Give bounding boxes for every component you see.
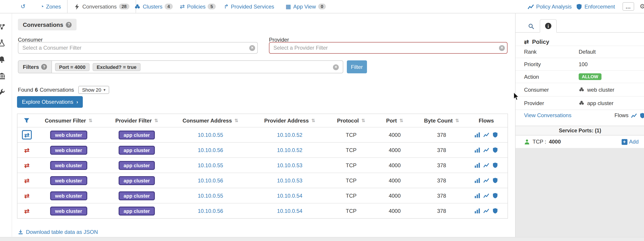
tab-policies[interactable]: ⇄ Policies 5 [180, 0, 216, 13]
bell-icon[interactable] [0, 56, 5, 63]
filters-clear-icon[interactable]: × [333, 64, 339, 70]
line-chart-icon[interactable] [631, 112, 637, 118]
flask-icon[interactable] [0, 39, 5, 46]
provider-address-link[interactable]: 10.10.0.54 [277, 208, 302, 214]
tab-app-view[interactable]: ▦ App View 0 [286, 0, 326, 13]
line-chart-icon[interactable] [483, 147, 489, 153]
header-provider-filter[interactable]: Provider Filter ⇅ [101, 114, 172, 127]
consumer-cluster-badge[interactable]: web cluster [50, 206, 87, 215]
enforcement-icon [576, 3, 582, 9]
header-consumer-address[interactable]: Consumer Address ⇅ [172, 114, 248, 127]
shield-icon[interactable] [640, 112, 644, 118]
exchange-icon[interactable]: ⇄ [24, 177, 29, 184]
provider-address-link[interactable]: 10.10.0.53 [277, 162, 302, 168]
shield-icon[interactable] [492, 193, 498, 199]
exchange-icon[interactable]: ⇄ [24, 208, 29, 214]
line-chart-icon[interactable] [483, 132, 489, 138]
provider-cluster-badge[interactable]: app cluster [118, 161, 154, 170]
consumer-cluster-badge[interactable]: web cluster [50, 191, 87, 200]
policy-analysis-link[interactable]: Policy Analysis [528, 0, 572, 13]
consumer-cluster-badge[interactable]: web cluster [50, 130, 87, 139]
bar-chart-icon[interactable] [474, 193, 480, 199]
filter-chip-port[interactable]: Port = 4000 [55, 63, 90, 71]
tab-zones[interactable]: ◔ Zones [40, 0, 61, 13]
filter-button[interactable]: Filter [347, 60, 367, 73]
exchange-icon[interactable]: ⇄ [24, 147, 29, 153]
tab-conversations[interactable]: Conversations 28 [67, 0, 136, 13]
line-chart-icon[interactable] [483, 178, 489, 183]
shield-icon[interactable] [492, 178, 498, 183]
header-provider-address[interactable]: Provider Address ⇅ [248, 114, 331, 127]
provider-address-link[interactable]: 10.10.0.52 [277, 147, 302, 153]
filter-chip-excluded[interactable]: Excluded? = true [93, 63, 140, 71]
provider-cluster-badge[interactable]: app cluster [118, 206, 154, 215]
line-chart-icon[interactable] [483, 208, 489, 214]
shield-icon[interactable] [492, 208, 498, 214]
tab-app-view-label: App View [293, 3, 316, 9]
filters-help-icon[interactable]: ? [41, 64, 47, 70]
tab-clusters[interactable]: Clusters 4 [134, 0, 172, 13]
show-count-dropdown[interactable]: Show 20 ▾ [78, 86, 109, 94]
consumer-filter-input[interactable] [18, 42, 258, 54]
line-chart-icon[interactable] [483, 162, 489, 168]
bar-chart-icon[interactable] [474, 132, 480, 138]
line-chart-icon[interactable] [483, 193, 489, 199]
provider-address-link[interactable]: 10.10.0.54 [277, 193, 302, 199]
consumer-address-link[interactable]: 10.10.0.55 [198, 162, 223, 168]
header-byte-count[interactable]: Byte Count ⇅ [418, 114, 465, 127]
shield-icon[interactable] [492, 147, 498, 153]
bar-chart-icon[interactable] [474, 162, 480, 168]
provider-address-link[interactable]: 10.10.0.52 [277, 132, 302, 138]
topology-nodes-icon[interactable] [0, 23, 5, 30]
add-service-port-button[interactable]: + Add [622, 139, 639, 145]
provider-cluster-badge[interactable]: app cluster [118, 191, 154, 200]
provider-filter-input[interactable] [269, 42, 508, 54]
provider-cluster-badge[interactable]: app cluster [118, 130, 154, 139]
consumer-address-link[interactable]: 10.10.0.55 [198, 132, 223, 138]
provider-cluster-badge[interactable]: app cluster [118, 146, 154, 155]
provider-cluster-badge[interactable]: app cluster [118, 176, 154, 185]
policy-detail-panel: i ⇄ Policy Rank Default Priority 100 Act… [515, 13, 644, 241]
shield-icon[interactable] [492, 162, 498, 168]
exchange-icon[interactable]: ⇄ [24, 193, 29, 199]
bar-chart-icon[interactable] [474, 208, 480, 214]
download-json-link[interactable]: Download table data as JSON [18, 229, 98, 235]
consumer-value[interactable]: web cluster [587, 86, 614, 93]
header-port[interactable]: Port ⇅ [371, 114, 418, 127]
header-protocol[interactable]: Protocol ⇅ [331, 114, 371, 127]
bar-chart-icon[interactable] [474, 147, 480, 153]
provider-address-link[interactable]: 10.10.0.53 [277, 177, 302, 184]
priority-label: Priority [524, 61, 541, 67]
history-button[interactable]: ↺ [20, 0, 26, 13]
bank-icon[interactable] [0, 72, 5, 80]
help-icon[interactable]: ? [66, 22, 72, 27]
provider-value[interactable]: app cluster [587, 100, 613, 106]
consumer-address-link[interactable]: 10.10.0.55 [198, 193, 223, 199]
consumer-clear-icon[interactable]: × [249, 45, 255, 51]
exchange-icon[interactable]: ⇄ [24, 162, 29, 168]
consumer-cluster-badge[interactable]: web cluster [50, 161, 87, 170]
more-options-button[interactable]: … [622, 2, 634, 11]
flows-links: Flows [614, 112, 644, 118]
enforcement-link[interactable]: Enforcement [576, 0, 615, 13]
bar-chart-icon[interactable] [474, 178, 480, 183]
consumer-address-link[interactable]: 10.10.0.56 [198, 177, 223, 184]
tab-provided-services[interactable]: ↱ Provided Services [224, 0, 274, 13]
header-consumer-filter[interactable]: Consumer Filter ⇅ [36, 114, 101, 127]
consumer-cluster-badge[interactable]: web cluster [50, 146, 87, 155]
conversation-selected-icon[interactable]: ⇄ [22, 130, 32, 140]
consumer-address-link[interactable]: 10.10.0.56 [198, 147, 223, 153]
panel-tab-info[interactable]: i [540, 19, 557, 33]
explore-observations-button[interactable]: Explore Observations › [17, 96, 83, 108]
table-filter-header[interactable] [18, 114, 36, 127]
settings-gear-icon[interactable]: ⚙ [640, 3, 644, 10]
consumer-address-link[interactable]: 10.10.0.56 [198, 208, 223, 214]
consumer-cluster-badge[interactable]: web cluster [50, 176, 87, 185]
filter-funnel-icon [24, 118, 30, 123]
panel-tab-search[interactable] [523, 20, 540, 33]
shield-icon[interactable] [492, 132, 498, 138]
provider-clear-icon[interactable]: × [499, 45, 505, 51]
view-conversations-link[interactable]: View Conversations [524, 112, 572, 118]
protocol-value: TCP [346, 147, 356, 153]
wrench-icon[interactable] [0, 88, 5, 96]
